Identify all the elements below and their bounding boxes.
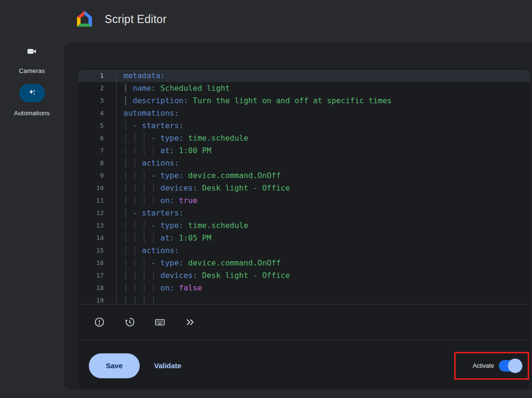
camera-icon: [26, 46, 37, 57]
code-line: 1metadata:: [78, 70, 530, 82]
sidebar: Cameras Automations: [0, 39, 64, 117]
activate-label: Activate: [473, 362, 494, 369]
action-bar: Save Validate Activate: [78, 340, 530, 389]
line-number: 14: [78, 232, 117, 244]
keyboard-icon[interactable]: [154, 316, 166, 328]
line-number: 16: [78, 257, 117, 269]
code-line: 16│ │ │ - type: device.command.OnOff: [78, 257, 530, 269]
code-text: │ description: Turn the light on and off…: [117, 95, 392, 107]
code-text: │ │ │ │ on: false: [117, 282, 202, 294]
line-number: 5: [78, 120, 117, 132]
line-number: 7: [78, 145, 117, 157]
line-number: 9: [78, 169, 117, 182]
validate-button[interactable]: Validate: [154, 362, 181, 370]
code-text: │ │ │ │ devices: Desk light - Office: [117, 182, 290, 194]
history-icon[interactable]: [124, 316, 135, 328]
code-line: 14│ │ │ │ at: 1:05 PM: [78, 232, 530, 244]
code-text: │ │ │ - type: time.schedule: [117, 219, 248, 232]
code-text: automations:: [117, 107, 179, 120]
sidebar-item-label: Cameras: [19, 67, 45, 74]
line-number: 13: [78, 219, 117, 232]
line-number: 19: [78, 294, 117, 304]
problems-icon[interactable]: [94, 316, 105, 328]
line-number: 18: [78, 282, 117, 294]
code-line: 13│ │ │ - type: time.schedule: [78, 219, 530, 232]
code-text: │ │ actions:: [117, 244, 179, 257]
code-text: metadata:: [117, 70, 165, 82]
code-text: │ name: Scheduled light: [117, 82, 230, 95]
code-text: │ - starters:: [117, 207, 183, 219]
code-text: │ │ │ - type: device.command.OnOff: [117, 169, 281, 182]
code-line: 15│ │ actions:: [78, 244, 530, 257]
activate-toggle[interactable]: [499, 360, 521, 372]
code-text: │ - starters:: [117, 120, 183, 132]
sidebar-item-label: Automations: [14, 109, 49, 117]
code-lines: 1metadata:2│ name: Scheduled light3│ des…: [78, 70, 530, 304]
sidebar-item-automations[interactable]: Automations: [14, 74, 49, 117]
line-number: 6: [78, 132, 117, 145]
code-line: 17│ │ │ │ devices: Desk light - Office: [78, 269, 530, 282]
double-chevron-icon[interactable]: [184, 316, 196, 328]
sidebar-item-cameras[interactable]: Cameras: [19, 39, 45, 74]
code-text: │ │ │ - type: time.schedule: [117, 132, 248, 145]
code-text: │ │ │ │: [117, 294, 160, 304]
save-button[interactable]: Save: [89, 353, 140, 378]
line-number: 10: [78, 182, 117, 194]
code-line: 3│ description: Turn the light on and of…: [78, 95, 530, 107]
activate-highlight-box: Activate: [454, 352, 529, 380]
code-line: 5│ - starters:: [78, 120, 530, 132]
line-number: 12: [78, 207, 117, 219]
line-number: 11: [78, 194, 117, 207]
script-editor-window: Script Editor Cameras: [0, 0, 532, 398]
code-line: 8│ │ actions:: [78, 157, 530, 169]
line-number: 8: [78, 157, 117, 169]
code-text: │ │ │ │ devices: Desk light - Office: [117, 269, 290, 282]
code-line: 11│ │ │ │ on: true: [78, 194, 530, 207]
code-line: 6│ │ │ - type: time.schedule: [78, 132, 530, 145]
code-text: │ │ │ │ at: 1:00 PM: [117, 145, 211, 157]
code-line: 10│ │ │ │ devices: Desk light - Office: [78, 182, 530, 194]
header: Script Editor: [0, 0, 532, 39]
code-line: 12│ - starters:: [78, 207, 530, 219]
code-line: 7│ │ │ │ at: 1:00 PM: [78, 145, 530, 157]
code-line: 4automations:: [78, 107, 530, 120]
line-number: 15: [78, 244, 117, 257]
code-line: 19│ │ │ │: [78, 294, 530, 304]
code-line: 18│ │ │ │ on: false: [78, 282, 530, 294]
editor-panel: 1metadata:2│ name: Scheduled light3│ des…: [78, 68, 530, 389]
editor-card: 1metadata:2│ name: Scheduled light3│ des…: [64, 43, 532, 390]
code-text: │ │ │ - type: device.command.OnOff: [117, 257, 281, 269]
line-number: 3: [78, 95, 117, 107]
line-number: 1: [78, 70, 117, 82]
line-number: 17: [78, 269, 117, 282]
google-home-logo-icon[interactable]: [74, 8, 95, 30]
sparkle-icon: [27, 88, 36, 99]
line-number: 2: [78, 82, 117, 95]
line-number: 4: [78, 107, 117, 120]
code-line: 9│ │ │ - type: device.command.OnOff: [78, 169, 530, 182]
active-nav-pill: [19, 84, 45, 102]
code-text: │ │ │ │ on: true: [117, 194, 197, 207]
page-title: Script Editor: [105, 13, 167, 26]
code-editor[interactable]: 1metadata:2│ name: Scheduled light3│ des…: [78, 68, 530, 304]
code-text: │ │ │ │ at: 1:05 PM: [117, 232, 211, 244]
editor-toolbar: [78, 304, 530, 340]
toggle-knob: [508, 359, 522, 373]
code-text: │ │ actions:: [117, 157, 179, 169]
code-line: 2│ name: Scheduled light: [78, 82, 530, 95]
